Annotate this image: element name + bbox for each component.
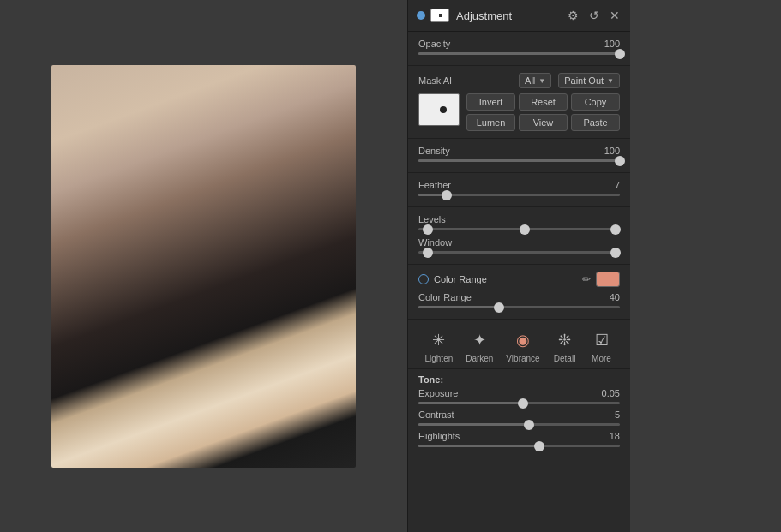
density-value: 100 [604,146,620,156]
tab-darken[interactable]: ✦ Darken [462,326,496,365]
density-label: Density [418,146,450,156]
highlights-row: Highlights 18 [418,431,620,441]
feather-value: 7 [615,180,620,190]
more-label: More [592,354,611,363]
feather-section: Feather 7 [408,173,630,207]
contrast-thumb[interactable] [524,420,534,430]
highlights-label: Highlights [418,431,460,441]
paste-button[interactable]: Paste [571,114,620,131]
vibrance-icon: ◉ [511,328,535,352]
paint-out-dropdown[interactable]: Paint Out ▼ [558,73,620,88]
window-thumb-right[interactable] [610,248,621,258]
mask-button-group: Invert Reset Copy Lumen View Paste [466,93,620,131]
settings-button[interactable]: ⚙ [566,7,580,24]
highlights-slider-track[interactable] [418,445,620,447]
color-range-toggle[interactable] [418,274,429,284]
opacity-label: Opacity [418,39,450,49]
mask-btn-row-1: Invert Reset Copy [466,93,620,111]
undo-button[interactable]: ↺ [587,7,601,24]
levels-thumb-right[interactable] [610,224,621,235]
contrast-label: Contrast [418,409,454,420]
svg-rect-1 [439,14,442,17]
color-range-fill [418,306,499,308]
all-caret: ▼ [538,77,545,85]
density-thumb[interactable] [615,156,625,166]
tabs-row: ✳ Lighten ✦ Darken ◉ Vibrance ❊ Detail ☑… [418,326,620,365]
color-range-thumb[interactable] [494,302,504,313]
copy-button[interactable]: Copy [571,93,620,111]
mask-controls: Invert Reset Copy Lumen View Paste [418,93,620,131]
tab-lighten[interactable]: ✳ Lighten [421,326,456,365]
bottom-tabs: ✳ Lighten ✦ Darken ◉ Vibrance ❊ Detail ☑… [408,320,630,369]
color-range-label: Color Range [434,274,577,284]
tab-more[interactable]: ☑ More [586,326,617,365]
tab-vibrance[interactable]: ◉ Vibrance [502,326,543,365]
exposure-value: 0.05 [602,388,620,398]
exposure-slider-track[interactable] [418,402,620,404]
contrast-slider-track[interactable] [418,423,620,426]
levels-section: Levels Window [408,207,630,265]
color-range-slider-track[interactable] [418,306,620,308]
tone-title: Tone: [418,374,620,385]
levels-thumb-mid[interactable] [520,224,530,235]
exposure-thumb[interactable] [518,398,528,409]
view-button[interactable]: View [519,114,568,131]
feather-row: Feather 7 [418,180,620,190]
mask-ai-label: Mask AI [418,75,452,86]
density-fill [418,159,620,162]
header-icon-box [430,9,449,22]
color-range-row: Color Range ✏ [418,272,620,287]
levels-row: Levels [418,214,620,224]
panel-title: Adjustment [456,9,566,22]
color-range-value: 40 [610,292,620,302]
mask-thumbnail [418,93,460,126]
feather-label: Feather [418,180,451,190]
color-range-value-row: Color Range 40 [418,292,620,302]
photo-area [0,0,407,532]
window-thumb-left[interactable] [423,248,433,258]
invert-button[interactable]: Invert [466,93,515,111]
color-range-sublabel: Color Range [418,292,472,302]
eyedropper-icon[interactable]: ✏ [582,273,591,285]
highlights-thumb[interactable] [534,441,544,451]
contrast-fill [418,423,529,426]
color-range-swatch[interactable] [596,272,620,287]
feather-thumb[interactable] [442,190,452,200]
tab-detail[interactable]: ❊ Detail [550,326,580,365]
levels-label: Levels [418,214,446,224]
detail-label: Detail [554,354,576,363]
mask-ai-row: Mask AI All ▼ Paint Out ▼ [418,73,620,88]
highlights-fill [418,445,539,447]
lumen-button[interactable]: Lumen [466,114,515,131]
adjustment-panel: Adjustment ⚙ ↺ ✕ Opacity 100 Mask AI All… [407,0,630,532]
mask-all-dropdown[interactable]: All ▼ [519,73,551,88]
opacity-slider-track[interactable] [418,52,620,55]
feather-slider-track[interactable] [418,194,620,196]
window-label: Window [418,237,452,248]
opacity-slider-thumb[interactable] [615,49,625,59]
detail-icon: ❊ [553,328,577,352]
window-slider-track[interactable] [418,251,620,254]
exposure-label: Exposure [418,388,458,398]
opacity-section: Opacity 100 [408,32,630,66]
header-actions: ⚙ ↺ ✕ [566,7,622,24]
levels-thumb-left[interactable] [423,224,433,235]
density-slider-track[interactable] [418,159,620,162]
contrast-row: Contrast 5 [418,409,620,420]
paint-out-caret: ▼ [607,77,614,85]
exposure-fill [418,402,523,404]
mask-ai-section: Mask AI All ▼ Paint Out ▼ Invert Reset C… [408,66,630,139]
vibrance-label: Vibrance [506,354,539,363]
close-button[interactable]: ✕ [608,7,622,24]
contrast-value: 5 [615,409,620,420]
density-row: Density 100 [418,146,620,156]
window-row: Window [418,237,620,248]
reset-button[interactable]: Reset [519,93,568,111]
panel-header: Adjustment ⚙ ↺ ✕ [408,0,630,32]
color-range-section: Color Range ✏ Color Range 40 [408,265,630,320]
mask-btn-row-2: Lumen View Paste [466,114,620,131]
more-icon: ☑ [590,328,614,352]
exposure-row: Exposure 0.05 [418,388,620,398]
levels-slider-track[interactable] [418,228,620,230]
lighten-label: Lighten [424,354,453,363]
